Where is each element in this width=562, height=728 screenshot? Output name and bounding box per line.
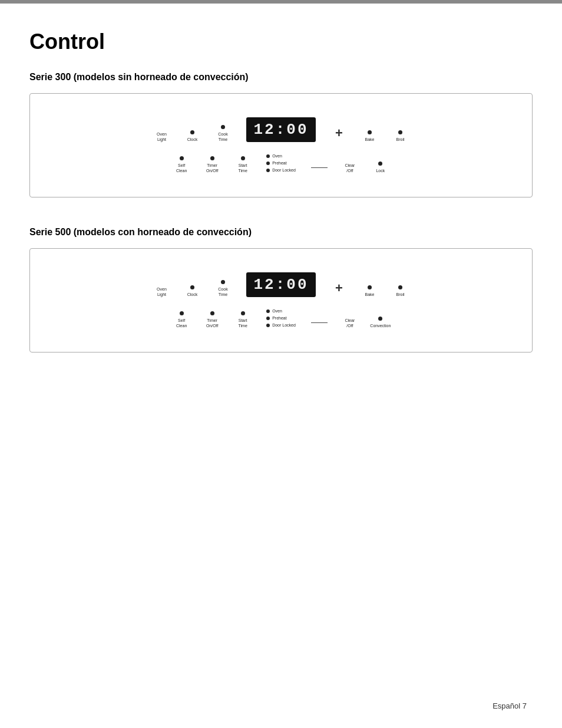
display-300: 12:00	[246, 117, 315, 142]
status-preheat-300: Preheat	[266, 161, 296, 165]
btn-timer-300: TimerOn/Off	[200, 156, 224, 173]
btn-bake-500: Bake	[358, 285, 382, 297]
status-oven-500: Oven	[266, 309, 296, 313]
btn-oven-light-500: OvenLight	[150, 280, 173, 297]
panel-300: OvenLight Clock CookTime 12:00	[29, 93, 533, 197]
section-500-heading: Serie 500 (modelos con horneado de conve…	[29, 227, 533, 238]
btn-lock-300: Lock	[369, 162, 392, 173]
btn-start-time-300: StartTime	[231, 156, 254, 173]
page-title: Control	[29, 29, 533, 54]
status-preheat-500: Preheat	[266, 316, 296, 320]
btn-clock-500: Clock	[180, 285, 204, 297]
btn-oven-light: OvenLight	[150, 125, 173, 142]
btn-self-clean-500: SelfClean	[170, 311, 193, 328]
btn-cook-time-300: CookTime	[211, 125, 234, 142]
status-doorlocked-300: Door Locked	[266, 168, 296, 172]
preheat-dot-500	[266, 317, 270, 320]
btn-minus-300	[308, 167, 331, 174]
status-indicators-300: Oven Preheat Door Locked	[266, 154, 296, 173]
top-border	[0, 0, 562, 4]
btn-timer-500: TimerOn/Off	[200, 311, 224, 328]
panel-500: OvenLight Clock CookTime 12:00	[29, 248, 533, 353]
footer: Español 7	[492, 701, 527, 710]
section-300-heading: Serie 300 (modelos sin horneado de conve…	[29, 72, 533, 83]
btn-clear-off-500: Clear/Off	[338, 311, 362, 328]
status-doorlocked-500: Door Locked	[266, 323, 296, 327]
btn-minus-500	[308, 322, 331, 329]
oven-dot-500	[266, 309, 270, 313]
btn-self-clean-300: SelfClean	[170, 156, 193, 173]
preheat-dot-300	[266, 162, 270, 165]
status-oven-300: Oven	[266, 154, 296, 158]
status-indicators-500: Oven Preheat Door Locked	[266, 309, 296, 328]
btn-broil-300: Broil	[389, 130, 412, 142]
doorlocked-dot-300	[266, 169, 270, 172]
doorlocked-dot-500	[266, 324, 270, 327]
btn-plus-300: +	[328, 120, 351, 142]
btn-clear-off-300: Clear/Off	[338, 156, 362, 173]
btn-bake-300: Bake	[358, 130, 382, 142]
oven-dot-300	[266, 154, 270, 158]
section-300: Serie 300 (modelos sin horneado de conve…	[29, 72, 533, 197]
btn-start-time-500: StartTime	[231, 311, 254, 328]
display-500: 12:00	[246, 272, 315, 297]
btn-cook-time-500: CookTime	[211, 280, 234, 297]
btn-broil-500: Broil	[389, 285, 412, 297]
btn-plus-500: +	[328, 275, 351, 297]
section-500: Serie 500 (modelos con horneado de conve…	[29, 227, 533, 353]
btn-convection-500: Convection	[369, 317, 392, 328]
btn-clock-300: Clock	[180, 130, 204, 142]
